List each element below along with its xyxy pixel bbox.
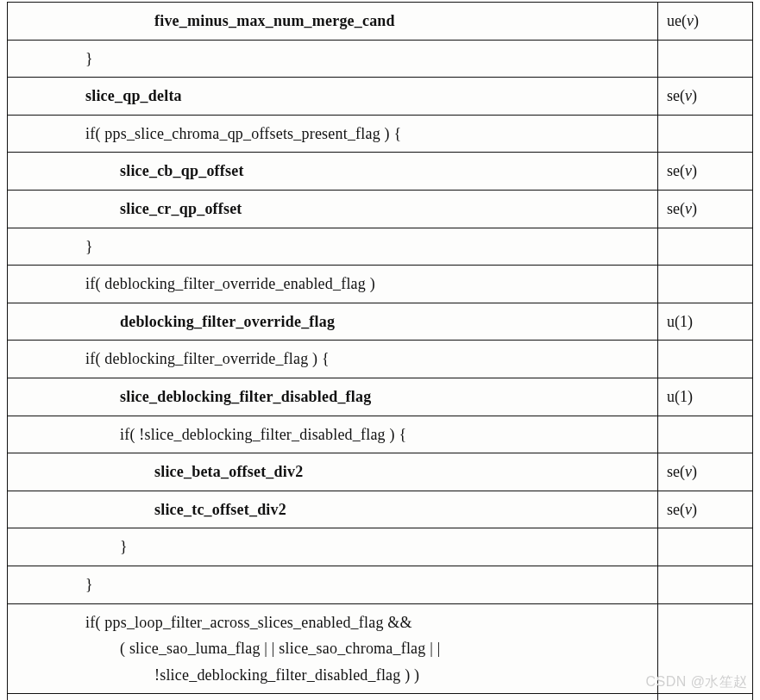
descriptor-cell [658, 416, 753, 453]
table-row: } [8, 228, 753, 266]
syntax-cell: slice_qp_delta [8, 78, 658, 116]
syntax-cell: } [8, 528, 658, 566]
syntax-text: slice_cr_qp_offset [16, 196, 242, 222]
syntax-text: if( deblocking_filter_override_flag ) { [16, 346, 330, 372]
syntax-cell: if( pps_slice_chroma_qp_offsets_present_… [8, 115, 658, 153]
syntax-text: if( !slice_deblocking_filter_disabled_fl… [16, 422, 406, 448]
descriptor-cell [658, 266, 753, 303]
table-row: } [8, 528, 753, 566]
table-row: slice_beta_offset_div2se(v) [8, 453, 753, 491]
descriptor-cell: u(1) [658, 694, 753, 700]
descriptor-cell [658, 566, 753, 603]
syntax-cell: slice_deblocking_filter_disabled_flag [8, 378, 658, 416]
syntax-text: } [16, 46, 93, 72]
syntax-text: slice_tc_offset_div2 [16, 497, 286, 523]
table-row: slice_qp_deltase(v) [8, 78, 753, 116]
syntax-cell: if( deblocking_filter_override_flag ) { [8, 341, 658, 378]
table-row: if( deblocking_filter_override_flag ) { [8, 341, 753, 378]
descriptor-cell [658, 603, 753, 694]
descriptor-cell: se(v) [658, 78, 753, 116]
syntax-text: slice_deblocking_filter_disabled_flag [16, 384, 371, 410]
syntax-text: slice_beta_offset_div2 [16, 459, 303, 485]
syntax-text: if( deblocking_filter_override_enabled_f… [16, 271, 375, 297]
syntax-cell: if( pps_loop_filter_across_slices_enable… [8, 603, 658, 694]
table-row: slice_deblocking_filter_disabled_flagu(1… [8, 378, 753, 416]
syntax-cell: slice_loop_filter_across_slices_enabled_… [8, 694, 658, 700]
table-row: slice_cr_qp_offsetse(v) [8, 190, 753, 228]
syntax-cell: slice_cb_qp_offset [8, 153, 658, 191]
syntax-cell: } [8, 40, 658, 78]
descriptor-cell [658, 228, 753, 266]
syntax-text: } [16, 534, 128, 560]
table-row: } [8, 40, 753, 78]
table-row: slice_cb_qp_offsetse(v) [8, 153, 753, 191]
syntax-text: if( pps_slice_chroma_qp_offsets_present_… [16, 121, 401, 147]
table-row: slice_loop_filter_across_slices_enabled_… [8, 694, 753, 700]
descriptor-cell [658, 115, 753, 153]
syntax-cell: five_minus_max_num_merge_cand [8, 3, 658, 41]
syntax-cell: slice_beta_offset_div2 [8, 453, 658, 491]
syntax-text: slice_cb_qp_offset [16, 158, 244, 184]
descriptor-cell [658, 341, 753, 378]
table-row: if( pps_loop_filter_across_slices_enable… [8, 603, 753, 694]
syntax-text: deblocking_filter_override_flag [16, 309, 335, 335]
table-row: } [8, 566, 753, 603]
descriptor-cell: u(1) [658, 303, 753, 341]
descriptor-cell: se(v) [658, 153, 753, 191]
syntax-cell: slice_tc_offset_div2 [8, 491, 658, 528]
syntax-text: } [16, 572, 93, 598]
descriptor-cell: se(v) [658, 491, 753, 528]
table-row: slice_tc_offset_div2se(v) [8, 491, 753, 528]
descriptor-cell [658, 528, 753, 566]
syntax-cell: slice_cr_qp_offset [8, 190, 658, 228]
syntax-text: slice_qp_delta [16, 83, 182, 109]
descriptor-cell [658, 40, 753, 78]
table-row: if( !slice_deblocking_filter_disabled_fl… [8, 416, 753, 453]
table-row: deblocking_filter_override_flagu(1) [8, 303, 753, 341]
syntax-text: if( pps_loop_filter_across_slices_enable… [16, 609, 412, 636]
syntax-table: five_minus_max_num_merge_candue(v)}slice… [7, 2, 753, 700]
syntax-text: ( slice_sao_luma_flag | | slice_sao_chro… [16, 635, 441, 662]
syntax-cell: if( deblocking_filter_override_enabled_f… [8, 266, 658, 303]
syntax-cell: if( !slice_deblocking_filter_disabled_fl… [8, 416, 658, 453]
table-row: if( pps_slice_chroma_qp_offsets_present_… [8, 115, 753, 153]
table-row: five_minus_max_num_merge_candue(v) [8, 3, 753, 41]
syntax-text: } [16, 234, 93, 260]
descriptor-cell: u(1) [658, 378, 753, 416]
table-row: if( deblocking_filter_override_enabled_f… [8, 266, 753, 303]
syntax-text: !slice_deblocking_filter_disabled_flag )… [16, 662, 419, 689]
syntax-cell: deblocking_filter_override_flag [8, 303, 658, 341]
descriptor-cell: se(v) [658, 453, 753, 491]
descriptor-cell: ue(v) [658, 3, 753, 41]
syntax-cell: } [8, 228, 658, 266]
descriptor-cell: se(v) [658, 190, 753, 228]
syntax-cell: } [8, 566, 658, 603]
syntax-text: five_minus_max_num_merge_cand [16, 8, 395, 34]
